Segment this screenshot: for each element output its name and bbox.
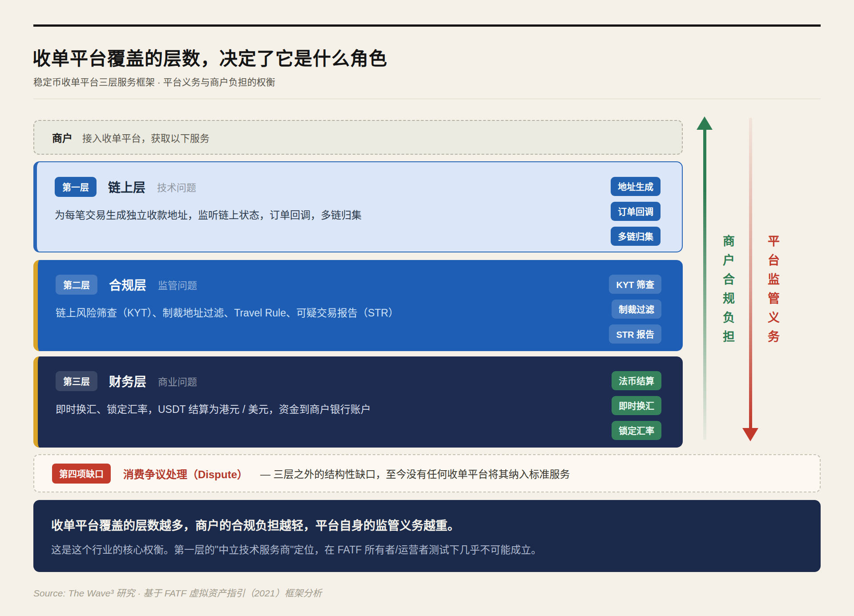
tag-sanctions-filter: 制裁过滤 [612,300,661,319]
merchant-burden-axis-label: 商户合规负担 [719,235,737,349]
infographic-page: 收单平台覆盖的层数，决定了它是什么角色 稳定币收单平台三层服务框架 · 平台义务… [0,0,854,616]
layer-onchain-tags: 地址生成 订单回调 多链归集 [611,177,661,246]
summary-card: 收单平台覆盖的层数越多，商户的合规负担越轻，平台自身的监管义务越重。 这是这个行… [33,500,821,572]
top-rule [33,24,821,27]
layer-onchain-badge: 第一层 [55,177,97,197]
layer-compliance-tags: KYT 筛查 制裁过滤 STR 报告 [609,275,661,344]
summary-body: 这是这个行业的核心权衡。第一层的"中立技术服务商"定位，在 FATF 所有者/运… [51,541,803,556]
tag-order-callback: 订单回调 [611,202,661,221]
page-subtitle: 稳定币收单平台三层服务框架 · 平台义务与商户负担的权衡 [33,75,275,88]
merchant-label: 商户 [52,130,73,145]
tag-kyt-screening: KYT 筛查 [609,275,661,294]
tradeoff-axes: 商户合规负担 平台监管义务 [694,116,827,449]
platform-obligation-axis-line [749,118,752,429]
layer-onchain-title: 链上层 [108,178,145,196]
tag-multichain-collection: 多链归集 [611,227,661,246]
layer-onchain-description: 为每笔交易生成独立收款地址，监听链上状态，订单回调，多链归集 [55,207,664,222]
dispute-gap-title: 消费争议处理（Dispute） [123,466,248,481]
layer-compliance-badge: 第二层 [56,275,97,295]
layer-finance-badge: 第三层 [56,371,97,391]
dispute-gap-text: — 三层之外的结构性缺口，至今没有任何收单平台将其纳入标准服务 [260,466,570,481]
layer-finance-tags: 法币结算 即时换汇 锁定汇率 [612,371,661,440]
tag-str-report: STR 报告 [609,324,661,344]
tag-fiat-settlement: 法币结算 [612,371,661,390]
layer-compliance-header: 第二层 合规层 监管问题 [56,274,665,295]
layer-finance-description: 即时换汇、锁定汇率，USDT 结算为港元 / 美元，资金到商户银行账户 [56,401,665,416]
dispute-gap-bar: 第四项缺口 消费争议处理（Dispute） — 三层之外的结构性缺口，至今没有任… [33,454,821,492]
dispute-gap-badge: 第四项缺口 [52,464,111,484]
merchant-burden-axis-line [703,128,706,440]
page-title: 收单平台覆盖的层数，决定了它是什么角色 [32,44,387,70]
layer-onchain-tagline: 技术问题 [157,180,196,194]
source-attribution: Source: The Wave³ 研究 · 基于 FATF 虚拟资产指引（20… [33,586,322,599]
layer-card-compliance: 第二层 合规层 监管问题 链上风险筛查（KYT）、制裁地址过滤、Travel R… [33,260,683,351]
platform-obligation-axis-label: 平台监管义务 [764,235,781,349]
layer-onchain-header: 第一层 链上层 技术问题 [55,176,664,197]
summary-headline: 收单平台覆盖的层数越多，商户的合规负担越轻，平台自身的监管义务越重。 [51,516,803,533]
layer-card-finance: 第三层 财务层 商业问题 即时换汇、锁定汇率，USDT 结算为港元 / 美元，资… [33,356,683,448]
layer-finance-header: 第三层 财务层 商业问题 [56,371,665,391]
down-arrow-icon [742,428,758,441]
merchant-text: 接入收单平台，获取以下服务 [82,130,209,144]
header-divider [33,99,821,99]
layer-compliance-title: 合规层 [109,276,146,293]
layer-compliance-tagline: 监管问题 [158,277,197,292]
merchant-bar: 商户 接入收单平台，获取以下服务 [33,120,683,155]
tag-locked-rate: 锁定汇率 [612,421,661,440]
tag-address-generation: 地址生成 [611,177,661,196]
layer-compliance-description: 链上风险筛查（KYT）、制裁地址过滤、Travel Rule、可疑交易报告（ST… [56,304,665,320]
layer-card-onchain: 第一层 链上层 技术问题 为每笔交易生成独立收款地址，监听链上状态，订单回调，多… [33,161,683,252]
tag-instant-fx: 即时换汇 [612,396,661,415]
layer-finance-tagline: 商业问题 [158,374,197,388]
layer-finance-title: 财务层 [109,372,146,390]
